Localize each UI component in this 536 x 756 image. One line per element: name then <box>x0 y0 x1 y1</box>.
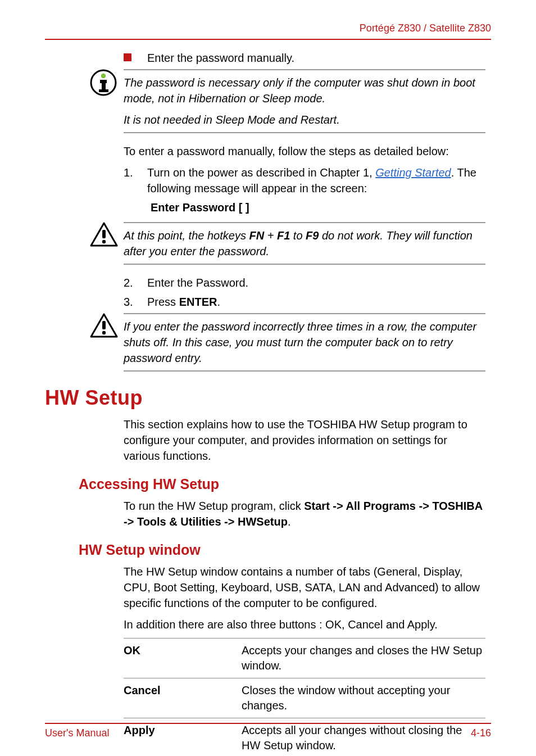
svg-rect-9 <box>102 321 106 329</box>
step-1-sub: Enter Password [ ] <box>124 200 485 219</box>
warning-callout-2-text: If you enter the password incorrectly th… <box>124 319 482 366</box>
txt: + <box>264 229 277 242</box>
hw-setup-window-p2: In addition there are also three buttons… <box>124 617 485 632</box>
warning-callout-2: If you enter the password incorrectly th… <box>45 313 491 372</box>
body-text: To enter a password manually, follow the… <box>124 143 485 159</box>
step-number: 3. <box>124 294 147 310</box>
txt: to <box>290 229 306 242</box>
key-f1: F1 <box>277 229 290 242</box>
bullet-item: Enter the password manually. <box>124 50 485 66</box>
header-rule <box>45 39 491 40</box>
step-2: 2. Enter the Password. <box>124 275 485 291</box>
hw-setup-heading: HW Setup <box>45 386 491 410</box>
footer-left: User's Manual <box>45 727 109 739</box>
svg-rect-6 <box>102 230 106 238</box>
hw-setup-window-p1: The HW Setup window contains a number of… <box>124 564 485 611</box>
warning-callout-1-text: At this point, the hotkeys FN + F1 to F9… <box>124 228 482 259</box>
footer-right: 4-16 <box>471 727 491 739</box>
table-key: OK <box>124 639 242 678</box>
footer-rule <box>45 723 491 724</box>
hw-setup-intro: This section explains how to use the TOS… <box>124 417 485 464</box>
step-number: 2. <box>124 275 147 291</box>
hw-setup-window-heading: HW Setup window <box>79 542 491 558</box>
step-body: Press ENTER. <box>147 294 485 310</box>
txt: Press <box>147 296 179 308</box>
table-val: Closes the window without accepting your… <box>242 678 485 718</box>
table-val: Accepts your changes and closes the HW S… <box>242 639 485 678</box>
step-body: Enter the Password. <box>147 275 485 291</box>
warning-triangle-icon <box>90 222 118 248</box>
info-callout-text-2: It is not needed in Sleep Mode and Resta… <box>124 112 482 128</box>
getting-started-link[interactable]: Getting Started <box>375 166 451 179</box>
bullet-square-icon <box>124 53 131 61</box>
key-enter: ENTER <box>179 296 217 308</box>
accessing-hw-setup-heading: Accessing HW Setup <box>79 476 491 492</box>
info-callout: The password is necessary only if the co… <box>45 69 491 133</box>
key-f9: F9 <box>306 229 319 242</box>
txt: At this point, the hotkeys <box>124 229 249 242</box>
svg-rect-4 <box>99 89 108 92</box>
step-3: 3. Press ENTER. <box>124 294 485 310</box>
svg-point-10 <box>102 331 106 334</box>
warning-triangle-icon <box>90 313 118 339</box>
key-fn: FN <box>249 229 264 242</box>
svg-point-7 <box>102 240 106 243</box>
step-text-a: Turn on the power as described in Chapte… <box>147 166 375 179</box>
txt: To run the HW Setup program, click <box>124 500 304 512</box>
txt: . <box>217 296 220 308</box>
table-key: Cancel <box>124 678 242 718</box>
header-product: Portégé Z830 / Satellite Z830 <box>45 22 491 39</box>
info-callout-text-1: The password is necessary only if the co… <box>124 75 482 106</box>
warning-callout-1: At this point, the hotkeys FN + F1 to F9… <box>45 222 491 265</box>
bullet-text: Enter the password manually. <box>147 50 294 66</box>
step-body: Turn on the power as described in Chapte… <box>147 165 485 196</box>
step-number: 1. <box>124 165 147 180</box>
svg-point-1 <box>101 74 106 78</box>
table-row: Cancel Closes the window without accepti… <box>124 678 485 718</box>
table-row: OK Accepts your changes and closes the H… <box>124 639 485 678</box>
enter-password-prompt: Enter Password [ ] <box>151 200 485 215</box>
accessing-hw-setup-text: To run the HW Setup program, click Start… <box>124 498 485 529</box>
page-footer: User's Manual 4-16 <box>45 723 491 739</box>
txt: . <box>288 515 291 528</box>
info-icon <box>90 69 118 96</box>
step-1: 1. Turn on the power as described in Cha… <box>124 165 485 196</box>
